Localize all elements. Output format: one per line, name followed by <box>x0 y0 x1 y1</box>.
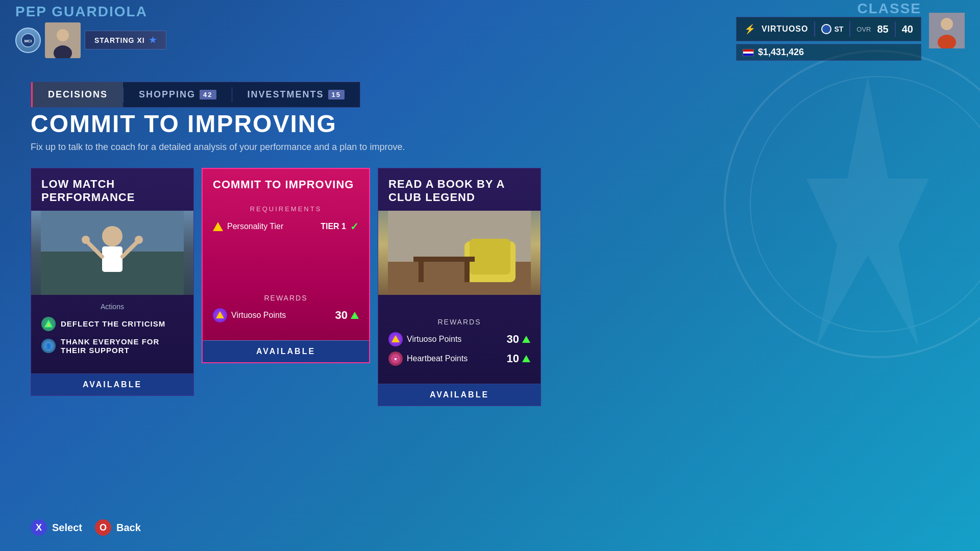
card-low-match[interactable]: LOW MATCH PERFORMANCE <box>31 168 194 396</box>
check-icon: ✓ <box>350 220 359 233</box>
right-profile: CLASSE ⚡ VIRTUOSO ST OVR 85 40 $1,431,42… <box>736 1 965 61</box>
read-book-rewards-label: Rewards <box>388 318 530 326</box>
back-control[interactable]: O Back <box>95 519 141 536</box>
section-description: Fix up to talk to the coach for a detail… <box>31 142 949 153</box>
x-button[interactable]: X <box>31 519 47 536</box>
virtuoso-points-icon <box>213 308 227 322</box>
book-virtuoso-number: 30 <box>507 333 519 346</box>
card-read-book-header: READ A BOOK BY A CLUB LEGEND <box>378 168 541 211</box>
player-age: 40 <box>902 23 913 35</box>
virtuoso-points-number: 30 <box>335 309 348 322</box>
svg-text:👤: 👤 <box>45 343 52 349</box>
top-bar: PEP GUARDIOLA MCI <box>0 0 980 61</box>
card-low-match-image <box>31 211 193 295</box>
tab-decisions-label: DECISIONS <box>48 89 108 100</box>
svg-text:⚡: ⚡ <box>46 322 51 328</box>
starting-xi-badge: STARTING XI ★ <box>85 31 166 49</box>
tab-investments[interactable]: INVESTMENTS 15 <box>232 82 360 107</box>
card-read-book-image <box>378 211 541 295</box>
svg-point-9 <box>941 18 953 30</box>
cards-container: LOW MATCH PERFORMANCE <box>31 168 949 406</box>
o-button[interactable]: O <box>95 519 111 536</box>
book-reward-left-2: ♥ Heartbeat Points <box>388 352 468 366</box>
svg-point-6 <box>57 29 69 41</box>
requirements-label: REQUIREMENTS <box>213 205 359 213</box>
money-flag <box>743 49 754 56</box>
player-name: CLASSE <box>736 1 921 17</box>
svg-point-14 <box>102 226 122 246</box>
card-read-book-body: Rewards Virtuoso Points 3 <box>378 295 541 379</box>
ovr-label: OVR <box>856 26 871 33</box>
tab-shopping[interactable]: SHOPPING 42 <box>124 82 232 107</box>
investments-badge: 15 <box>328 90 345 99</box>
svg-point-18 <box>82 236 90 244</box>
svg-rect-32 <box>464 262 470 282</box>
reward-left: Virtuoso Points <box>213 308 286 322</box>
bottom-controls: X Select O Back <box>31 519 141 536</box>
o-button-label: O <box>100 522 107 533</box>
reward-row-1: Virtuoso Points 30 <box>213 308 359 322</box>
book-up-arrow-1 <box>522 336 530 343</box>
book-reward-left-1: Virtuoso Points <box>388 332 461 346</box>
deflect-icon: ⚡ <box>41 317 56 331</box>
back-label: Back <box>116 522 141 534</box>
card-commit-body: REQUIREMENTS Personality Tier TIER 1 ✓ R… <box>203 197 369 335</box>
coach-name: PEP GUARDIOLA <box>15 4 166 20</box>
req-left: Personality Tier <box>213 222 283 231</box>
book-reward-row-2: ♥ Heartbeat Points 10 <box>388 352 530 366</box>
section-title: COMMIT TO IMPROVING <box>31 110 949 138</box>
book-img-placeholder <box>378 211 541 295</box>
card-read-book[interactable]: READ A BOOK BY A CLUB LEGEND <box>378 168 541 406</box>
left-profile: PEP GUARDIOLA MCI <box>15 4 172 58</box>
player-stats-bar: ⚡ VIRTUOSO ST OVR 85 40 <box>736 17 921 41</box>
svg-rect-30 <box>413 257 475 262</box>
position-badge: ST <box>821 24 843 34</box>
action-row-2: 👤 THANK EVERYONE FOR THEIR SUPPORT <box>41 337 183 355</box>
req-value: TIER 1 ✓ <box>321 220 359 233</box>
card-low-match-title: LOW MATCH PERFORMANCE <box>41 178 183 205</box>
reward-virtuoso-value: 30 <box>335 309 359 322</box>
book-virtuoso-icon <box>388 332 403 346</box>
select-label: Select <box>52 522 82 534</box>
svg-text:MCI: MCI <box>24 39 32 43</box>
nav-tabs: DECISIONS SHOPPING 42 INVESTMENTS 15 <box>31 82 360 108</box>
card-commit-title: COMMIT TO IMPROVING <box>213 178 359 191</box>
star-icon: ★ <box>149 35 157 45</box>
req-personality-label: Personality Tier <box>227 222 283 231</box>
select-control[interactable]: X Select <box>31 519 82 536</box>
svg-marker-33 <box>391 335 400 342</box>
card-commit-improving[interactable]: COMMIT TO IMPROVING REQUIREMENTS Persona… <box>202 168 370 363</box>
reward-virtuoso-label: Virtuoso Points <box>231 311 286 320</box>
up-arrow-icon <box>351 312 359 319</box>
svg-marker-24 <box>216 311 224 318</box>
svg-rect-29 <box>470 239 510 274</box>
spacer <box>213 238 359 279</box>
low-match-img-placeholder <box>31 211 193 295</box>
action-thank-text: THANK EVERYONE FOR THEIR SUPPORT <box>61 337 183 355</box>
divider <box>814 21 815 37</box>
svg-rect-31 <box>419 262 424 282</box>
player-trait: VIRTUOSO <box>762 24 808 34</box>
ovr-value: 85 <box>877 23 889 35</box>
position-label: ST <box>834 25 843 33</box>
tab-investments-label: INVESTMENTS <box>248 89 324 100</box>
team-badge: MCI <box>15 28 41 53</box>
card-commit-header: COMMIT TO IMPROVING <box>203 169 369 197</box>
divider2 <box>849 21 850 37</box>
svg-text:♥: ♥ <box>394 357 397 362</box>
card-read-book-available: AVAILABLE <box>378 384 541 406</box>
book-virtuoso-value: 30 <box>507 333 530 346</box>
book-heartbeat-label: Heartbeat Points <box>407 354 468 363</box>
card-low-match-available: AVAILABLE <box>31 373 193 395</box>
divider3 <box>895 21 896 37</box>
svg-rect-15 <box>102 246 122 272</box>
card-read-book-title: READ A BOOK BY A CLUB LEGEND <box>388 178 530 205</box>
tab-decisions[interactable]: DECISIONS <box>31 82 123 107</box>
book-up-arrow-2 <box>522 355 530 362</box>
thank-icon: 👤 <box>41 339 56 353</box>
money-value: $1,431,426 <box>758 47 804 58</box>
book-heartbeat-value: 10 <box>507 352 530 365</box>
money-bar: $1,431,426 <box>736 44 921 61</box>
player-avatar <box>929 13 965 48</box>
x-button-label: X <box>36 522 42 533</box>
